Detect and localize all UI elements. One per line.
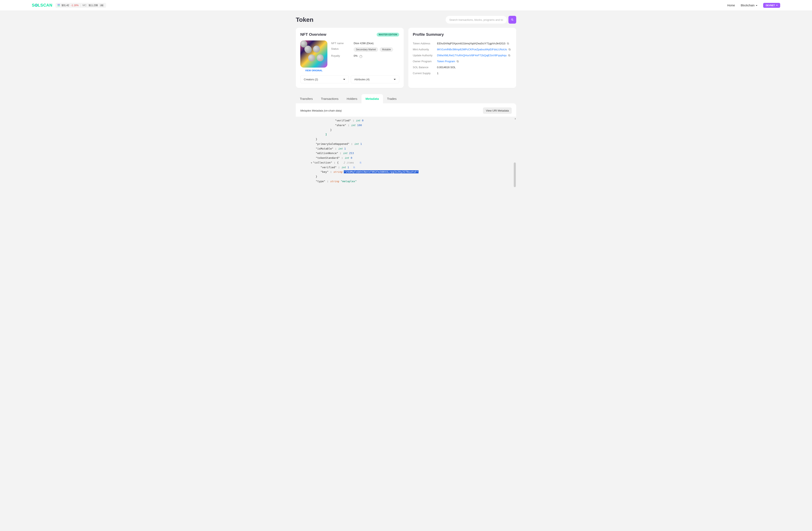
status-label: Status [331,47,354,52]
svg-rect-5 [509,48,510,50]
token-address-value: EEhu5ANqP3Xpcm8J1bmqYqdAZeaSrzY71gpVnJk4… [437,42,509,45]
owner-program-label: Owner Program [413,60,437,63]
metadata-card: Metaplex Metadata (on-chain data) View U… [296,103,516,188]
rank-badge: #9 [100,4,104,7]
scroll-up-icon[interactable]: ▲ [515,117,516,121]
update-authority-link[interactable]: DWwXMLRet17YuRAQHsxVi9F4vFT2bQajESxV8Fqv… [437,54,511,57]
svg-point-0 [511,19,513,20]
mc-value: $11.23B [89,4,98,7]
royalty-value: 0% [354,54,358,57]
price-pill: $31.42 -1.18% | MC: $11.23B #9 [55,3,106,8]
nft-overview-card: NFT Overview MASTER EDITION VIEW ORIGINA… [296,28,404,88]
token-address-label: Token Address [413,42,437,45]
svg-rect-4 [509,49,510,50]
view-original-link[interactable]: VIEW ORIGINAL [300,69,328,72]
copy-icon[interactable] [456,60,459,63]
svg-line-1 [513,20,513,21]
main-nav: Home Blockchain DEVNET [727,3,780,8]
top-header: SLSCAN $31.42 -1.18% | MC: $11.23B #9 Ho… [0,0,812,11]
price-delta: -1.18% [71,4,78,7]
creators-dropdown[interactable]: Creators (2) [300,75,349,83]
svg-rect-7 [508,54,510,56]
clipboard-icon[interactable]: ⎘ [353,166,355,169]
tab-trades[interactable]: Trades [383,94,401,103]
status-tag: Mutable [380,47,393,52]
sol-balance-value: 0.0014616 SOL [437,66,456,69]
cluster-select[interactable]: DEVNET [763,3,780,8]
tabs: Transfers Transactions Holders Metadata … [296,94,516,103]
svg-rect-6 [509,55,510,56]
scroll-thumb[interactable] [514,163,516,187]
copy-icon[interactable] [508,54,511,57]
tab-transfers[interactable]: Transfers [296,94,317,103]
svg-rect-9 [457,60,458,61]
mint-authority-label: Mint Authority [413,48,437,51]
nav-home[interactable]: Home [727,4,735,7]
page-title: Token [296,16,314,23]
mint-authority-link[interactable]: 8KV1vmfhBv3Mmp62MPcCKPceZpabso84yEtFdoLU… [437,48,511,51]
clipboard-icon[interactable]: ⎘ [360,161,361,164]
copy-icon[interactable] [508,48,511,51]
price-value: $31.42 [61,4,69,7]
svg-rect-3 [507,43,508,44]
tab-metadata[interactable]: Metadata [361,94,383,103]
status-tag: Secondary Market [354,47,378,52]
sol-balance-label: SOL Balance [413,66,437,69]
sol-icon [57,4,60,6]
current-supply-value: 1 [437,72,438,75]
master-edition-badge: MASTER EDITION [377,33,399,37]
mc-label: MC: [83,4,87,7]
highlighted-key-value: "25UMqfoQkhCRAtkf9R2Fm38NVULrpg3o2Hy2GTN… [344,170,419,173]
profile-summary-card: Profile Summary Token Address EEhu5ANqP3… [408,28,516,88]
nft-image [300,41,328,68]
update-authority-label: Update Authority [413,54,437,57]
view-uri-button[interactable]: View URI Metadata [483,108,512,114]
copy-icon[interactable] [507,42,509,45]
search-input[interactable] [446,16,507,24]
overview-title: NFT Overview [300,32,327,37]
logo[interactable]: SLSCAN [32,3,52,8]
nft-name-value: Dice #298 (Dice) [354,42,374,45]
collapse-icon[interactable]: ▼ [311,162,312,164]
current-supply-label: Current Supply [413,72,437,75]
nav-blockchain[interactable]: Blockchain [741,4,758,7]
owner-program-link[interactable]: Token Program [437,60,459,63]
scrollbar[interactable]: ▲ [514,117,516,187]
tab-transactions[interactable]: Transactions [317,94,343,103]
tab-holders[interactable]: Holders [343,94,361,103]
search-icon [511,18,514,21]
json-viewer[interactable]: "verified" : int 0 "share" : int 100 } ]… [296,117,516,188]
metadata-title: Metaplex Metadata (on-chain data) [300,109,342,112]
search-button[interactable] [508,16,516,24]
help-icon[interactable]: ? [359,55,362,58]
attributes-dropdown[interactable]: Attributes (4) [351,75,399,83]
svg-rect-8 [457,61,459,62]
svg-rect-2 [508,43,509,44]
profile-title: Profile Summary [413,32,444,37]
royalty-label: Royalty [331,54,354,58]
nft-name-label: NFT name [331,42,354,45]
